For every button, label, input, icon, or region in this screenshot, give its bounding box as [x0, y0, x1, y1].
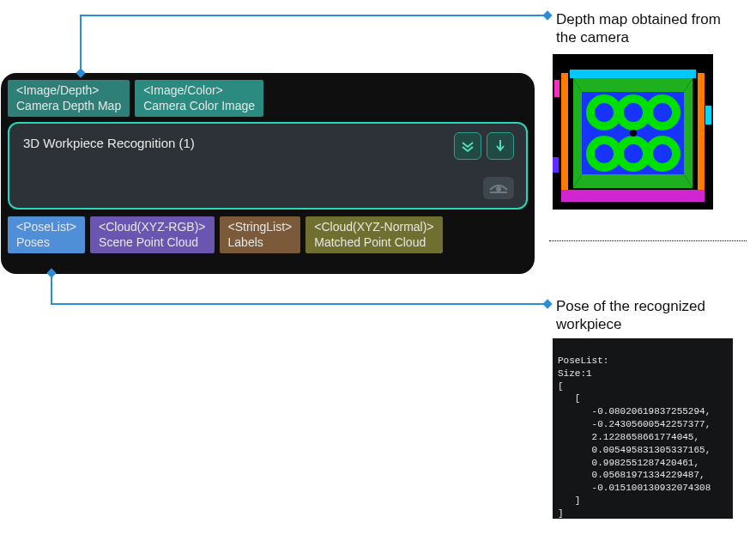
port-type: <Image/Depth> — [16, 83, 121, 99]
svg-marker-15 — [684, 78, 692, 188]
svg-rect-6 — [490, 192, 507, 193]
pose-value: 0.005495831305337165 — [592, 445, 705, 455]
svg-marker-14 — [573, 78, 582, 188]
output-port-row: <PoseList> Poses <Cloud(XYZ-RGB)> Scene … — [8, 216, 528, 253]
port-label: Labels — [228, 235, 293, 251]
port-label: Matched Point Cloud — [314, 235, 433, 251]
input-port-depth[interactable]: <Image/Depth> Camera Depth Map — [8, 80, 130, 117]
output-port-labels[interactable]: <StringList> Labels — [220, 216, 301, 253]
port-label: Camera Depth Map — [16, 99, 121, 114]
input-port-row: <Image/Depth> Camera Depth Map <Image/Co… — [8, 80, 528, 117]
pose-value: 2.1228658661774045 — [592, 432, 694, 442]
svg-rect-26 — [705, 106, 711, 125]
svg-rect-25 — [553, 157, 559, 173]
port-type: <Cloud(XYZ-RGB)> — [99, 220, 205, 235]
node-title: 3D Workpiece Recognition (1) — [23, 136, 512, 150]
input-port-color[interactable]: <Image/Color> Camera Color Image — [135, 80, 263, 117]
output-port-matched-cloud[interactable]: <Cloud(XYZ-Normal)> Matched Point Cloud — [305, 216, 442, 253]
port-type: <PoseList> — [16, 220, 76, 235]
svg-point-23 — [630, 130, 637, 137]
collapse-button[interactable] — [454, 132, 481, 160]
output-port-scene-cloud[interactable]: <Cloud(XYZ-RGB)> Scene Point Cloud — [90, 216, 214, 253]
pose-value: 0.05681971334229487 — [592, 470, 699, 480]
pose-value: 0.9982551287420461 — [592, 458, 694, 468]
run-step-button[interactable] — [487, 132, 514, 160]
pose-value: -0.24305600542257377 — [592, 419, 705, 429]
callout-pose: Pose of the recognized workpiece — [556, 297, 753, 334]
port-type: <StringList> — [228, 220, 293, 235]
port-label: Poses — [16, 235, 76, 251]
port-type: <Image/Color> — [143, 83, 255, 99]
poselist-size: Size:1 — [558, 368, 592, 379]
svg-rect-3 — [542, 299, 552, 308]
svg-rect-10 — [561, 190, 705, 202]
svg-rect-9 — [698, 73, 705, 193]
svg-rect-0 — [542, 10, 552, 20]
svg-marker-12 — [573, 78, 692, 92]
port-label: Scene Point Cloud — [99, 235, 205, 251]
section-separator — [549, 240, 747, 241]
poselist-output-panel: PoseList: Size:1 [ [ -0.0802061983725529… — [553, 338, 733, 519]
pose-value: -0.015100130932074308 — [592, 483, 711, 493]
svg-marker-13 — [573, 174, 692, 188]
pose-value: -0.08020619837255294 — [592, 406, 705, 416]
svg-point-5 — [496, 186, 501, 192]
port-type: <Cloud(XYZ-Normal)> — [314, 220, 433, 235]
node-body[interactable]: 3D Workpiece Recognition (1) — [8, 122, 528, 210]
visualize-toggle[interactable] — [483, 177, 514, 199]
svg-rect-24 — [554, 80, 559, 97]
poselist-header: PoseList: — [558, 356, 608, 366]
output-port-poses[interactable]: <PoseList> Poses — [8, 216, 85, 253]
svg-rect-8 — [561, 73, 568, 193]
workpiece-recognition-node: <Image/Depth> Camera Depth Map <Image/Co… — [1, 73, 535, 274]
svg-rect-11 — [570, 70, 696, 78]
callout-depth-map: Depth map obtained from the camera — [556, 10, 745, 47]
port-label: Camera Color Image — [143, 99, 255, 114]
depth-map-thumbnail — [553, 54, 713, 210]
